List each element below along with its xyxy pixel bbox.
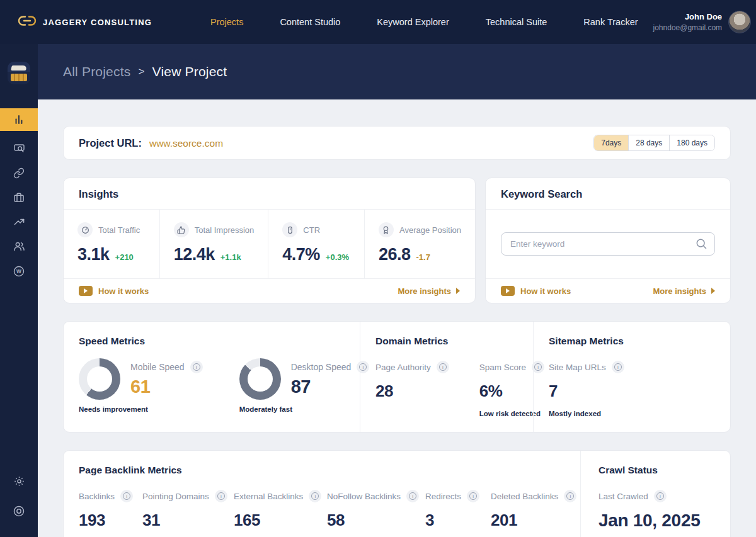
stat-value: 193 (79, 511, 142, 530)
info-icon[interactable]: i (406, 490, 419, 502)
avatar[interactable] (728, 11, 751, 33)
stat-label: NoFollow Backlinks (327, 492, 401, 501)
gauge-status: Moderately fast (239, 405, 370, 413)
play-icon (79, 286, 93, 296)
sidebar-item-support[interactable] (0, 499, 38, 523)
keyword-search-card: Keyword Search How it works (485, 178, 731, 303)
user-email: johndoe@gmail.com (653, 23, 723, 33)
stat-redirects: Redirects i 3 (425, 490, 491, 537)
sidebar-item-site-audit[interactable] (0, 136, 38, 161)
metrics-strip-card: Speed Metrics Mobile Speed i 61 (63, 321, 731, 432)
nav-item-rank-tracker[interactable]: Rank Tracker (583, 17, 638, 27)
caret-right-icon (711, 288, 715, 294)
info-icon[interactable]: i (437, 361, 449, 373)
breadcrumb-separator: > (138, 65, 144, 78)
stat-label: Site Map URLs (549, 363, 606, 372)
crawl-status-title: Crawl Status (598, 465, 715, 476)
sidebar-item-projects[interactable] (0, 185, 38, 210)
info-icon[interactable]: i (564, 490, 576, 502)
nav-item-projects[interactable]: Projects (210, 17, 243, 27)
info-icon[interactable]: i (190, 361, 203, 373)
metric-ctr: CTR 4.7% +0.3% (268, 210, 364, 278)
nav-item-technical-suite[interactable]: Technical Suite (486, 17, 547, 27)
info-icon[interactable]: i (467, 490, 479, 502)
breadcrumb-all-projects[interactable]: All Projects (63, 64, 130, 79)
stat-page-authority: Page Authority i 28 (375, 361, 449, 418)
sitemap-metrics-section: Sitemap Metrics Site Map URLs i 7 Mostly… (533, 322, 730, 432)
stat-nofollow-backlinks: NoFollow Backlinks i 58 Balanced ratio (327, 490, 425, 537)
metric-average-position: Average Position 26.8 -1.7 (364, 210, 475, 278)
keyword-search-input[interactable] (501, 232, 715, 256)
metric-total-impression: Total Impression 12.4k +1.1k (159, 210, 268, 278)
more-insights-link[interactable]: More insights (653, 286, 715, 296)
how-it-works-link[interactable]: How it works (79, 286, 149, 296)
metric-value: 4.7% (282, 245, 320, 264)
metric-label: CTR (303, 225, 320, 235)
more-insights-link[interactable]: More insights (398, 286, 460, 296)
info-icon[interactable]: i (309, 490, 321, 502)
mouse-icon (282, 222, 297, 237)
play-icon (501, 286, 515, 296)
site-audit-icon (13, 142, 25, 154)
range-28days-button[interactable]: 28 days (628, 135, 669, 150)
sidebar: W (0, 44, 38, 537)
stat-label: Backlinks (79, 492, 115, 501)
info-icon[interactable]: i (612, 361, 624, 373)
project-url-value[interactable]: www.seorce.com (149, 138, 223, 149)
domain-metrics-title: Domain Metrics (375, 336, 518, 347)
sidebar-item-backlinks[interactable] (0, 161, 38, 185)
crawl-date-value: Jan 10, 2025 (598, 511, 715, 531)
wordpress-icon: W (13, 265, 25, 278)
primary-nav: Projects Content Studio Keyword Explorer… (210, 17, 638, 27)
site-thumbnail-icon[interactable] (8, 62, 30, 84)
thumbs-up-icon (174, 222, 189, 237)
sidebar-item-team[interactable] (0, 234, 38, 259)
donut-chart (239, 358, 281, 400)
info-icon[interactable]: i (654, 490, 667, 502)
metric-label: Total Traffic (98, 225, 140, 235)
info-icon[interactable]: i (215, 490, 227, 502)
metric-delta: -1.7 (416, 252, 430, 262)
user-name: John Doe (653, 11, 723, 23)
mobile-speed-gauge: Mobile Speed i 61 Needs improvement (79, 358, 203, 413)
svg-text:W: W (16, 268, 21, 274)
users-icon (13, 240, 25, 252)
info-icon[interactable]: i (120, 490, 133, 502)
range-180days-button[interactable]: 180 days (669, 135, 714, 150)
nav-item-keyword-explorer[interactable]: Keyword Explorer (377, 17, 449, 27)
range-7days-button[interactable]: 7days (594, 135, 628, 150)
project-url-card: Project URL: www.seorce.com 7days 28 day… (63, 126, 731, 160)
insights-card: Insights Total Traffic 3.1k +2 (63, 178, 476, 303)
nav-item-content-studio[interactable]: Content Studio (280, 17, 340, 27)
stat-label: Pointing Domains (142, 492, 209, 501)
how-it-works-link[interactable]: How it works (501, 286, 571, 296)
domain-metrics-section: Domain Metrics Page Authority i 28 (360, 322, 533, 432)
metric-value: 3.1k (77, 245, 110, 264)
metric-label: Average Position (399, 225, 461, 235)
breadcrumb: All Projects > View Project (63, 64, 227, 79)
gear-icon (13, 475, 25, 487)
sidebar-item-dashboard[interactable] (0, 108, 38, 131)
metric-delta: +0.3% (326, 252, 349, 262)
gauge-icon (77, 222, 93, 237)
stat-value: 165 (234, 511, 327, 530)
stat-value: 58 (327, 511, 425, 530)
lifebuoy-icon (13, 505, 25, 517)
stat-note: Mostly indexed (549, 410, 715, 418)
chain-logo-icon (18, 15, 37, 29)
user-menu[interactable]: John Doe johndoe@gmail.com ▼ (653, 11, 756, 33)
metric-delta: +210 (115, 252, 134, 262)
briefcase-icon (13, 192, 25, 203)
sidebar-item-settings[interactable] (0, 469, 38, 494)
speed-metrics-title: Speed Metrics (79, 336, 345, 347)
stat-external-backlinks: External Backlinks i 165 Robust profile (234, 490, 327, 537)
sidebar-item-wordpress[interactable]: W (0, 259, 38, 283)
stat-label: External Backlinks (234, 492, 303, 501)
search-icon[interactable] (695, 237, 707, 252)
caret-right-icon (456, 288, 460, 294)
sidebar-item-rankings[interactable] (0, 210, 38, 234)
award-icon (379, 222, 394, 237)
speed-metrics-section: Speed Metrics Mobile Speed i 61 (64, 322, 360, 432)
stat-sitemap-urls: Site Map URLs i 7 Mostly indexed (549, 361, 715, 418)
top-navbar: JAGGERY CONSULTING Projects Content Stud… (0, 0, 756, 44)
